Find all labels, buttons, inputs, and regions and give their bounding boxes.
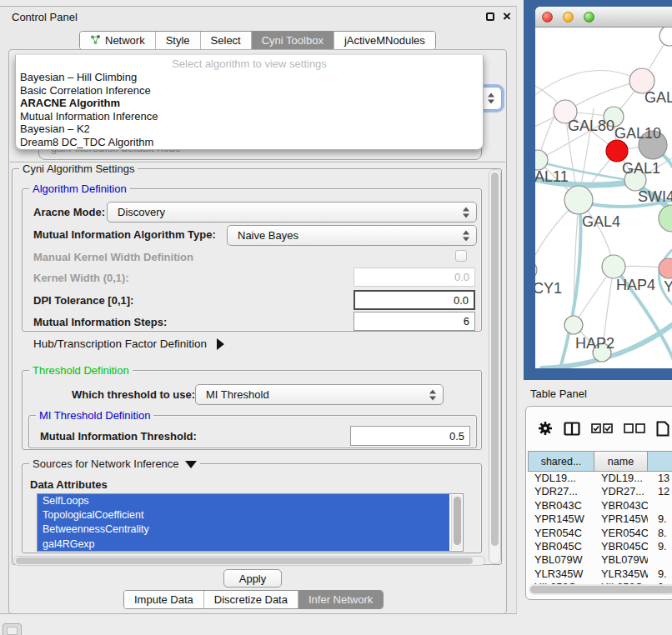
table-cell: 9.: [648, 540, 672, 553]
attribute-item-selfloops[interactable]: SelfLoops: [38, 494, 449, 508]
node-gal11[interactable]: [535, 150, 548, 170]
float-window-icon[interactable]: [486, 12, 494, 21]
tab-network[interactable]: Network: [80, 32, 156, 49]
apply-button[interactable]: Apply: [223, 569, 282, 588]
settings-vertical-scrollbar[interactable]: [489, 169, 501, 564]
table-row[interactable]: YLR345WYLR345W9.: [528, 568, 672, 581]
table-cell: 12: [648, 485, 672, 498]
attribute-item-topologicalcoefficient[interactable]: TopologicalCoefficient: [38, 508, 449, 522]
attribute-item-gal4rgexp[interactable]: gal4RGexp: [38, 538, 449, 552]
algorithm-option-dream8-dc-tdc-algorithm[interactable]: Dream8 DC_TDC Algorithm: [16, 136, 483, 149]
dpi-tolerance-field[interactable]: 0.0: [354, 290, 475, 310]
bottom-tab-infer-network[interactable]: Infer Network: [298, 591, 383, 608]
attributes-scrollbar[interactable]: [451, 495, 462, 550]
node-gal11-label: GAL11: [535, 168, 569, 185]
which-threshold-value: MI Threshold: [206, 388, 269, 401]
split-panel-icon[interactable]: [564, 422, 580, 436]
algorithm-dropdown-list: Bayesian – Hill ClimbingBasic Correlatio…: [16, 71, 483, 148]
algorithm-option-aracne-algorithm[interactable]: ARACNE Algorithm: [16, 97, 483, 110]
control-panel-titlebar: Control Panel ×: [0, 7, 516, 28]
close-traffic-light-icon[interactable]: [542, 12, 553, 22]
aracne-mode-combobox[interactable]: Discovery: [107, 202, 477, 222]
zoom-traffic-light-icon[interactable]: [584, 12, 594, 22]
sources-group-title[interactable]: Sources for Network Inference: [29, 458, 200, 470]
column-header-name[interactable]: name: [594, 451, 648, 472]
column-header-partial[interactable]: [648, 451, 672, 472]
bottom-tab-impute-data[interactable]: Impute Data: [124, 591, 204, 608]
table-cell: 9.: [648, 512, 672, 526]
table-row[interactable]: YDL19...YDL19...13: [528, 472, 672, 485]
tab-style[interactable]: Style: [156, 32, 201, 49]
node-top-right[interactable]: [659, 28, 672, 46]
table-cell: 8.: [648, 527, 672, 540]
which-threshold-combobox[interactable]: MI Threshold: [195, 384, 444, 405]
node-green-right[interactable]: [659, 205, 672, 232]
node-salmon-right-label: Y: [664, 278, 672, 295]
settings-horizontal-scrollbar[interactable]: [13, 556, 485, 566]
apply-button-label: Apply: [239, 572, 267, 585]
bottom-tab-discretize-data[interactable]: Discretize Data: [204, 591, 298, 608]
node-hap4[interactable]: [602, 255, 625, 278]
mi-steps-label: Mutual Information Steps:: [33, 316, 167, 328]
algorithm-option-bayesian-k2[interactable]: Bayesian – K2: [16, 122, 483, 136]
node-gcy1-label: GCY1: [535, 280, 562, 297]
table-cell: YLR345W: [528, 568, 594, 581]
node-hap2[interactable]: [564, 316, 583, 334]
node-gal4[interactable]: [564, 186, 593, 214]
table-row[interactable]: YBR043CYBR043C: [528, 499, 672, 512]
tab-select[interactable]: Select: [201, 32, 252, 49]
node-gcy1[interactable]: [535, 261, 537, 279]
hub-section-toggle[interactable]: Hub/Transcription Factor Definition: [33, 338, 224, 350]
node-hap2-label: HAP2: [575, 335, 614, 352]
node-gal1-label: GAL1: [622, 160, 660, 177]
table-row[interactable]: YPR145WYPR145W9.: [528, 512, 672, 526]
collapsed-panel-button[interactable]: [3, 623, 22, 635]
table-row[interactable]: YBR045CYBR045C9.: [528, 540, 672, 553]
cyni-algorithm-settings-title: Cyni Algorithm Settings: [19, 162, 138, 175]
table-cell: YDR27...: [594, 485, 648, 498]
node-swi4-label: SWI4: [638, 188, 672, 205]
network-window[interactable]: GALGAL80GAL10GAL1GAL11SWI4GAL4GCY1HAP4YH…: [535, 7, 672, 368]
manual-kernel-label: Manual Kernel Width Definition: [33, 251, 193, 263]
table-row[interactable]: YER054CYER054C8.: [528, 527, 672, 540]
node-salmon-right[interactable]: [659, 258, 672, 278]
mi-steps-value: 6: [464, 315, 469, 328]
tab-cyni-toolbox[interactable]: Cyni Toolbox: [252, 32, 334, 49]
gear-icon[interactable]: [538, 421, 553, 436]
checked-checkboxes-icon[interactable]: [591, 423, 613, 434]
table-horizontal-scrollbar[interactable]: [529, 584, 672, 595]
mi-type-label: Mutual Information Algorithm Type:: [33, 228, 216, 241]
network-window-titlebar[interactable]: [535, 7, 672, 28]
tab-select-label: Select: [211, 34, 241, 47]
mi-threshold-group-title: MI Threshold Definition: [36, 409, 153, 422]
attribute-item-betweennesscentrality[interactable]: BetweennessCentrality: [38, 522, 449, 537]
mi-threshold-field[interactable]: 0.5: [350, 426, 470, 446]
minimize-traffic-light-icon[interactable]: [563, 12, 574, 22]
tab-jactivemnodules-label: jActiveMNodules: [344, 34, 425, 47]
panel-icon: [7, 627, 18, 635]
manual-kernel-checkbox[interactable]: [455, 250, 467, 262]
algorithm-option-basic-correlation-inference[interactable]: Basic Correlation Inference: [16, 84, 483, 98]
close-icon[interactable]: ×: [503, 8, 511, 25]
table-cell: YPR145W: [594, 512, 648, 526]
algorithm-option-mutual-information-inference[interactable]: Mutual Information Inference: [16, 110, 483, 123]
kernel-width-field[interactable]: 0.0: [354, 268, 475, 287]
table-cell: YDL19...: [594, 472, 648, 485]
mi-steps-field[interactable]: 6: [354, 312, 475, 331]
file-icon[interactable]: [656, 421, 669, 437]
table-cell: YDR27...: [528, 485, 594, 498]
unchecked-checkboxes-icon[interactable]: [624, 423, 645, 434]
table-row[interactable]: YDR27...YDR27...12: [528, 485, 672, 498]
control-panel-tabbar: NetworkStyleSelectCyni ToolboxjActiveMNo…: [79, 31, 436, 50]
network-graph[interactable]: GALGAL80GAL10GAL1GAL11SWI4GAL4GCY1HAP4YH…: [535, 28, 672, 368]
table-row[interactable]: YBL079WYBL079W: [528, 553, 672, 567]
tab-jactivemnodules[interactable]: jActiveMNodules: [334, 32, 435, 49]
mi-type-combobox[interactable]: Naive Bayes: [227, 225, 477, 246]
collapsed-arrow-icon: [217, 338, 224, 350]
column-header-shared[interactable]: shared...: [528, 451, 594, 472]
node-gal1[interactable]: [606, 140, 628, 162]
tab-cyni-toolbox-label: Cyni Toolbox: [262, 34, 323, 47]
data-attributes-list[interactable]: SelfLoopsTopologicalCoefficientBetweenne…: [37, 493, 464, 552]
stepper-arrows-icon: [429, 389, 437, 400]
algorithm-option-bayesian-hill-climbing[interactable]: Bayesian – Hill Climbing: [16, 71, 483, 84]
